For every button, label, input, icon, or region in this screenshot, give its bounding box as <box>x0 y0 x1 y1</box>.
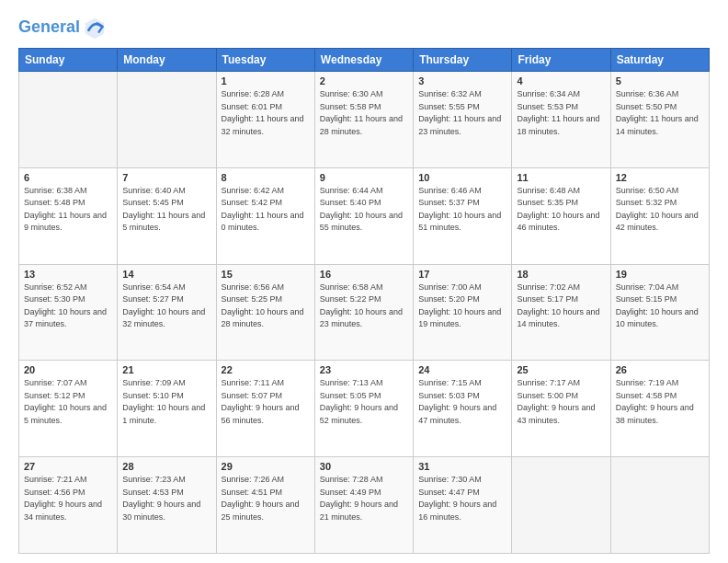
logo: General <box>18 15 108 39</box>
day-info: Sunrise: 6:56 AMSunset: 5:25 PMDaylight:… <box>222 282 310 331</box>
day-cell: 27Sunrise: 7:21 AMSunset: 4:56 PMDayligh… <box>19 457 118 554</box>
header-day-sunday: Sunday <box>19 49 118 72</box>
header-day-tuesday: Tuesday <box>216 49 314 72</box>
day-cell: 24Sunrise: 7:15 AMSunset: 5:03 PMDayligh… <box>414 361 512 457</box>
day-cell: 3Sunrise: 6:32 AMSunset: 5:55 PMDaylight… <box>414 72 512 168</box>
day-number: 27 <box>24 461 112 472</box>
day-cell: 12Sunrise: 6:50 AMSunset: 5:32 PMDayligh… <box>610 167 709 264</box>
day-cell: 31Sunrise: 7:30 AMSunset: 4:47 PMDayligh… <box>414 457 512 554</box>
day-info: Sunrise: 6:40 AMSunset: 5:45 PMDaylight:… <box>122 185 210 235</box>
week-row-1: 1Sunrise: 6:28 AMSunset: 6:01 PMDaylight… <box>19 72 710 168</box>
calendar-table: SundayMondayTuesdayWednesdayThursdayFrid… <box>18 48 710 554</box>
day-info: Sunrise: 6:44 AMSunset: 5:40 PMDaylight:… <box>320 185 408 235</box>
day-info: Sunrise: 7:23 AMSunset: 4:53 PMDaylight:… <box>122 474 210 523</box>
day-cell: 11Sunrise: 6:48 AMSunset: 5:35 PMDayligh… <box>512 167 610 264</box>
day-number: 11 <box>517 172 605 183</box>
day-cell: 5Sunrise: 6:36 AMSunset: 5:50 PMDaylight… <box>610 72 709 168</box>
week-row-2: 6Sunrise: 6:38 AMSunset: 5:48 PMDaylight… <box>19 167 710 264</box>
week-row-4: 20Sunrise: 7:07 AMSunset: 5:12 PMDayligh… <box>19 361 710 457</box>
day-info: Sunrise: 7:00 AMSunset: 5:20 PMDaylight:… <box>418 282 506 331</box>
day-cell: 8Sunrise: 6:42 AMSunset: 5:42 PMDaylight… <box>216 167 314 264</box>
day-cell <box>19 72 118 168</box>
day-cell: 29Sunrise: 7:26 AMSunset: 4:51 PMDayligh… <box>216 457 314 554</box>
week-row-5: 27Sunrise: 7:21 AMSunset: 4:56 PMDayligh… <box>19 457 710 554</box>
header: General <box>18 15 710 39</box>
day-info: Sunrise: 6:32 AMSunset: 5:55 PMDaylight:… <box>418 88 506 138</box>
day-number: 10 <box>418 172 506 183</box>
day-info: Sunrise: 6:30 AMSunset: 5:58 PMDaylight:… <box>320 88 408 138</box>
day-number: 5 <box>616 75 704 86</box>
day-cell: 25Sunrise: 7:17 AMSunset: 5:00 PMDayligh… <box>512 361 610 457</box>
day-cell: 2Sunrise: 6:30 AMSunset: 5:58 PMDaylight… <box>314 72 413 168</box>
day-info: Sunrise: 7:07 AMSunset: 5:12 PMDaylight:… <box>24 377 112 427</box>
day-info: Sunrise: 6:28 AMSunset: 6:01 PMDaylight:… <box>222 88 310 138</box>
day-cell: 19Sunrise: 7:04 AMSunset: 5:15 PMDayligh… <box>610 264 709 361</box>
day-info: Sunrise: 6:38 AMSunset: 5:48 PMDaylight:… <box>24 185 112 235</box>
day-number: 23 <box>320 364 408 375</box>
day-number: 21 <box>122 364 210 375</box>
day-number: 19 <box>616 269 704 280</box>
day-cell: 20Sunrise: 7:07 AMSunset: 5:12 PMDayligh… <box>19 361 118 457</box>
day-number: 18 <box>517 269 605 280</box>
day-number: 16 <box>320 269 408 280</box>
day-info: Sunrise: 6:34 AMSunset: 5:53 PMDaylight:… <box>517 88 605 138</box>
day-cell: 1Sunrise: 6:28 AMSunset: 6:01 PMDaylight… <box>216 72 314 168</box>
day-cell: 16Sunrise: 6:58 AMSunset: 5:22 PMDayligh… <box>314 264 413 361</box>
day-info: Sunrise: 6:42 AMSunset: 5:42 PMDaylight:… <box>222 185 310 235</box>
day-number: 2 <box>320 75 408 86</box>
day-info: Sunrise: 6:48 AMSunset: 5:35 PMDaylight:… <box>517 185 605 235</box>
day-number: 24 <box>418 364 506 375</box>
header-day-thursday: Thursday <box>414 49 512 72</box>
day-number: 4 <box>517 75 605 86</box>
day-number: 30 <box>320 461 408 472</box>
day-info: Sunrise: 6:50 AMSunset: 5:32 PMDaylight:… <box>616 185 704 235</box>
day-cell: 28Sunrise: 7:23 AMSunset: 4:53 PMDayligh… <box>118 457 216 554</box>
logo-text: General <box>18 18 80 37</box>
day-info: Sunrise: 7:28 AMSunset: 4:49 PMDaylight:… <box>320 474 408 523</box>
day-info: Sunrise: 7:21 AMSunset: 4:56 PMDaylight:… <box>24 474 112 523</box>
logo-icon <box>82 15 108 40</box>
day-number: 1 <box>222 75 310 86</box>
day-info: Sunrise: 7:04 AMSunset: 5:15 PMDaylight:… <box>616 282 704 331</box>
day-number: 8 <box>222 172 310 183</box>
day-cell: 18Sunrise: 7:02 AMSunset: 5:17 PMDayligh… <box>512 264 610 361</box>
day-info: Sunrise: 7:26 AMSunset: 4:51 PMDaylight:… <box>222 474 310 523</box>
day-number: 20 <box>24 364 112 375</box>
day-cell: 6Sunrise: 6:38 AMSunset: 5:48 PMDaylight… <box>19 167 118 264</box>
day-cell: 7Sunrise: 6:40 AMSunset: 5:45 PMDaylight… <box>118 167 216 264</box>
header-day-wednesday: Wednesday <box>314 49 413 72</box>
day-cell: 9Sunrise: 6:44 AMSunset: 5:40 PMDaylight… <box>314 167 413 264</box>
day-cell: 30Sunrise: 7:28 AMSunset: 4:49 PMDayligh… <box>314 457 413 554</box>
day-cell: 22Sunrise: 7:11 AMSunset: 5:07 PMDayligh… <box>216 361 314 457</box>
day-number: 14 <box>122 269 210 280</box>
day-cell: 17Sunrise: 7:00 AMSunset: 5:20 PMDayligh… <box>414 264 512 361</box>
day-info: Sunrise: 6:54 AMSunset: 5:27 PMDaylight:… <box>122 282 210 331</box>
week-row-3: 13Sunrise: 6:52 AMSunset: 5:30 PMDayligh… <box>19 264 710 361</box>
day-number: 3 <box>418 75 506 86</box>
day-cell: 13Sunrise: 6:52 AMSunset: 5:30 PMDayligh… <box>19 264 118 361</box>
day-info: Sunrise: 7:11 AMSunset: 5:07 PMDaylight:… <box>222 377 310 427</box>
day-info: Sunrise: 6:36 AMSunset: 5:50 PMDaylight:… <box>616 88 704 138</box>
day-info: Sunrise: 7:30 AMSunset: 4:47 PMDaylight:… <box>418 474 506 523</box>
day-cell: 10Sunrise: 6:46 AMSunset: 5:37 PMDayligh… <box>414 167 512 264</box>
day-cell <box>610 457 709 554</box>
day-info: Sunrise: 7:02 AMSunset: 5:17 PMDaylight:… <box>517 282 605 331</box>
day-number: 12 <box>616 172 704 183</box>
day-number: 6 <box>24 172 112 183</box>
day-cell: 14Sunrise: 6:54 AMSunset: 5:27 PMDayligh… <box>118 264 216 361</box>
day-number: 22 <box>222 364 310 375</box>
day-info: Sunrise: 7:09 AMSunset: 5:10 PMDaylight:… <box>122 377 210 427</box>
day-number: 25 <box>517 364 605 375</box>
day-number: 29 <box>222 461 310 472</box>
day-cell: 15Sunrise: 6:56 AMSunset: 5:25 PMDayligh… <box>216 264 314 361</box>
day-number: 9 <box>320 172 408 183</box>
day-cell <box>512 457 610 554</box>
day-number: 31 <box>418 461 506 472</box>
day-info: Sunrise: 7:19 AMSunset: 4:58 PMDaylight:… <box>616 377 704 427</box>
header-row: SundayMondayTuesdayWednesdayThursdayFrid… <box>19 49 710 72</box>
header-day-friday: Friday <box>512 49 610 72</box>
page: General SundayMondayTuesdayWednesdayThur… <box>0 0 728 563</box>
day-cell: 4Sunrise: 6:34 AMSunset: 5:53 PMDaylight… <box>512 72 610 168</box>
header-day-saturday: Saturday <box>610 49 709 72</box>
day-cell <box>118 72 216 168</box>
